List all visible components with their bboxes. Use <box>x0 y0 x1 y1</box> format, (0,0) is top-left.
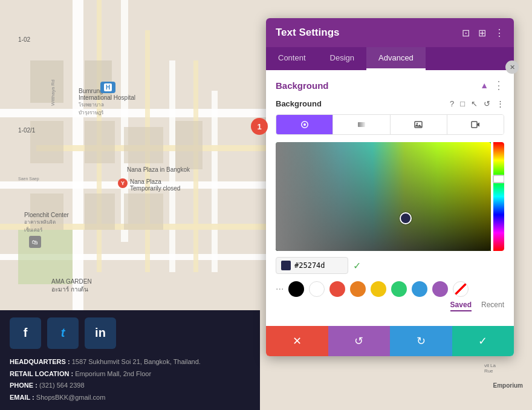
undo-button[interactable]: ↺ <box>328 326 391 356</box>
bottom-bar: f t in HEADQUARTERS : 1587 Sukhumvit Soi… <box>0 310 260 410</box>
panel-header-icons: ⊡ ⊞ ⋮ <box>462 27 504 39</box>
bg-icons: ? □ ↖ ↺ ⋮ <box>450 99 504 108</box>
map-label-ploenchit: Ploenchit Centerอาคารเพลินจิตเซ็นเตอร์ <box>24 212 69 234</box>
svg-rect-7 <box>212 91 218 272</box>
color-hex-input[interactable]: #25274d <box>276 257 348 274</box>
map-label-road3: vit LaRue <box>484 363 496 374</box>
swatch-transparent[interactable] <box>453 281 469 297</box>
svg-point-28 <box>417 123 418 124</box>
section-header: Background ▲ ⋮ <box>276 79 504 92</box>
bg-type-tabs <box>276 114 504 135</box>
collapse-icon[interactable]: ▲ <box>480 80 488 90</box>
email-line: EMAIL : ShopsBKK@gmail.com <box>10 392 250 404</box>
bg-type-video[interactable] <box>447 115 504 134</box>
swatches-row: ··· <box>276 281 504 297</box>
background-row: Background ? □ ↖ ↺ ⋮ <box>276 99 504 108</box>
social-icons: f t in <box>10 317 250 349</box>
nana-marker: Y <box>118 178 128 188</box>
bg-mobile-icon[interactable]: □ <box>460 99 465 108</box>
bg-type-color[interactable] <box>276 115 333 134</box>
settings-panel: Text Settings ⊡ ⊞ ⋮ Content Design Advan… <box>266 18 514 356</box>
panel-close-button[interactable]: ✕ <box>505 60 519 74</box>
bg-help-icon[interactable]: ? <box>450 99 454 108</box>
map-label-road1: 1-02 <box>18 36 30 43</box>
bg-type-image[interactable] <box>391 115 447 134</box>
svg-rect-16 <box>85 194 115 230</box>
saved-tab[interactable]: Saved <box>450 301 472 311</box>
redo-button[interactable]: ↻ <box>390 326 452 356</box>
swatch-white[interactable] <box>309 281 325 297</box>
map-label-emporium: Emporium <box>493 382 523 389</box>
hospital-marker: H <box>100 82 115 93</box>
more-icon[interactable]: ⋮ <box>495 27 504 39</box>
map-label-road2: 1-02/1 <box>18 127 35 134</box>
swatch-black[interactable] <box>288 281 304 297</box>
tab-design[interactable]: Design <box>318 47 366 70</box>
svg-rect-22 <box>18 230 73 284</box>
svg-point-25 <box>303 123 306 126</box>
map-label-ama: AMA GARDENอะมาร์ กาเด้น <box>51 278 92 294</box>
recent-tab[interactable]: Recent <box>481 301 504 311</box>
color-swatch-preview <box>281 261 291 270</box>
section-more-icon[interactable]: ⋮ <box>493 79 504 92</box>
svg-rect-17 <box>124 194 163 230</box>
action-bar: ✕ ↺ ↻ ✓ <box>266 326 514 356</box>
hue-slider[interactable] <box>493 142 504 251</box>
cancel-button[interactable]: ✕ <box>266 326 328 356</box>
bg-cursor-icon[interactable]: ↖ <box>471 99 478 108</box>
swatch-blue[interactable] <box>412 281 427 297</box>
swatches-more-btn[interactable]: ··· <box>276 284 284 294</box>
bg-more-icon[interactable]: ⋮ <box>496 99 504 108</box>
color-input-row: #25274d ✓ <box>276 257 504 274</box>
map-label-nana: Nana Plaza in Bangkok <box>127 166 190 173</box>
svg-rect-26 <box>358 122 365 127</box>
color-confirm-btn[interactable]: ✓ <box>353 260 361 272</box>
swatch-green[interactable] <box>391 281 407 297</box>
contact-info: HEADQUARTERS : 1587 Sukhumvit Soi 21, Ba… <box>10 356 250 404</box>
swatch-red[interactable] <box>329 281 345 297</box>
headquarters-line: HEADQUARTERS : 1587 Sukhumvit Soi 21, Ba… <box>10 356 250 368</box>
panel-tabs: Content Design Advanced <box>266 47 514 70</box>
shopping-marker: 🛍 <box>29 236 41 248</box>
confirm-button[interactable]: ✓ <box>452 326 514 356</box>
section-title: Background <box>276 80 329 91</box>
bg-type-gradient[interactable] <box>333 115 390 134</box>
tab-content[interactable]: Content <box>266 47 318 70</box>
svg-rect-15 <box>175 121 203 169</box>
section-controls: ▲ ⋮ <box>480 79 504 92</box>
twitter-icon[interactable]: t <box>47 317 79 349</box>
phone-line: PHONE : (321) 564 2398 <box>10 380 250 392</box>
bg-reset-icon[interactable]: ↺ <box>484 99 490 108</box>
saved-recent-tabs: Saved Recent <box>276 301 504 311</box>
svg-rect-20 <box>30 60 63 103</box>
swatch-orange[interactable] <box>350 281 366 297</box>
hue-thumb[interactable] <box>493 175 504 183</box>
swatch-yellow[interactable] <box>371 281 386 297</box>
svg-text:Witthaya Rd: Witthaya Rd <box>50 79 56 106</box>
facebook-icon[interactable]: f <box>10 317 41 349</box>
map-label-nana2: Nana PlazaTemporarily closed <box>130 178 180 192</box>
retail-line: RETAIL LOCATION : Emporium Mall, 2nd Flo… <box>10 368 250 380</box>
layout-icon[interactable]: ⊞ <box>478 27 486 39</box>
panel-body: Background ▲ ⋮ Background ? □ ↖ ↺ ⋮ <box>266 70 514 326</box>
panel-title: Text Settings <box>276 27 339 39</box>
svg-text:Saen Saep: Saen Saep <box>18 177 39 181</box>
swatch-purple[interactable] <box>432 281 448 297</box>
svg-rect-29 <box>472 122 477 128</box>
panel-header: Text Settings ⊡ ⊞ ⋮ <box>266 18 514 47</box>
svg-rect-14 <box>124 127 163 163</box>
hex-value[interactable]: #25274d <box>294 261 325 270</box>
color-picker-area[interactable] <box>276 142 504 251</box>
tab-advanced[interactable]: Advanced <box>366 47 426 70</box>
svg-rect-13 <box>85 121 115 163</box>
linkedin-icon[interactable]: in <box>85 317 116 349</box>
map-marker-1: 1 <box>251 118 268 135</box>
bg-label: Background <box>276 99 322 108</box>
color-thumb[interactable] <box>400 212 412 224</box>
fullscreen-icon[interactable]: ⊡ <box>462 27 470 39</box>
